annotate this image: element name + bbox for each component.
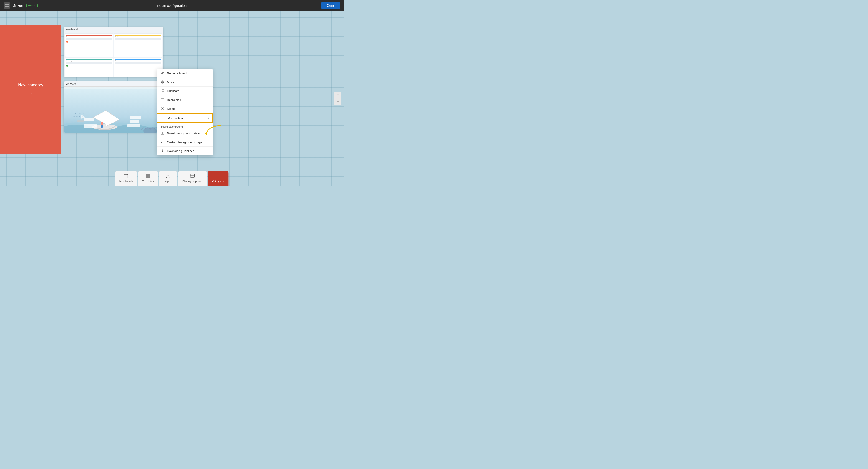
done-button[interactable]: Done	[321, 2, 340, 9]
team-name[interactable]: My team PUBLIC	[12, 4, 37, 7]
catalog-label: Board background catalog	[167, 132, 202, 135]
new-board-body: Fix Escalate Keep doing Give kudos	[64, 32, 163, 77]
svg-rect-0	[5, 4, 7, 5]
custom-bg-icon	[161, 140, 164, 144]
svg-rect-2	[5, 6, 7, 7]
svg-rect-17	[161, 90, 163, 92]
new-board-card[interactable]: New board Fix Escalate Keep doing	[64, 27, 163, 77]
categories-label: Categories	[212, 180, 224, 182]
download-label: Download guidelines	[167, 149, 194, 153]
board-size-icon	[161, 98, 164, 102]
categories-icon	[215, 173, 221, 179]
custom-bg-label: Custom background image	[167, 140, 202, 144]
rename-icon	[161, 71, 164, 75]
toolbar-new-boards[interactable]: New boards	[115, 171, 137, 186]
more-actions-chevron: ›	[208, 116, 209, 120]
svg-rect-10	[130, 120, 139, 124]
category-arrow: →	[28, 90, 33, 96]
import-label: Import	[164, 180, 172, 182]
svg-rect-23	[161, 132, 162, 134]
category-panel[interactable]: New category →	[0, 25, 61, 154]
svg-rect-24	[162, 132, 164, 134]
menu-item-rename[interactable]: Rename board	[157, 69, 213, 78]
move-icon	[161, 80, 164, 84]
more-actions-label: More actions	[167, 116, 184, 120]
sharing-label: Sharing proposals	[182, 180, 203, 182]
board-cell-bl: Keep doing	[65, 58, 113, 77]
svg-rect-33	[148, 174, 150, 176]
menu-item-download[interactable]: Download guidelines ›	[157, 147, 213, 155]
move-label: Move	[167, 80, 174, 84]
app-logo	[4, 2, 10, 9]
svg-rect-34	[146, 176, 148, 178]
board-size-label: Board size	[167, 98, 181, 102]
templates-icon	[145, 173, 151, 179]
main-canvas: New category → New board Fix Escalate Ke…	[0, 11, 344, 186]
zoom-controls: + −	[335, 92, 341, 105]
duplicate-label: Duplicate	[167, 89, 179, 93]
toolbar-import[interactable]: Import	[159, 171, 177, 186]
rename-label: Rename board	[167, 72, 187, 75]
svg-rect-11	[127, 124, 140, 127]
new-boards-icon	[123, 173, 129, 179]
catalog-icon	[161, 131, 164, 135]
download-chevron: ›	[209, 149, 210, 153]
svg-marker-28	[205, 132, 207, 135]
svg-rect-14	[84, 124, 97, 128]
svg-rect-19	[161, 98, 164, 101]
toolbar-sharing[interactable]: Sharing proposals	[178, 171, 207, 186]
import-icon	[165, 173, 170, 179]
svg-rect-35	[148, 176, 150, 178]
svg-rect-9	[130, 116, 141, 119]
context-menu: Rename board Move Duplicate Board size ›	[157, 69, 213, 155]
menu-item-more-actions[interactable]: ••• More actions ›	[157, 113, 213, 123]
svg-rect-38	[216, 174, 220, 178]
delete-icon	[161, 107, 164, 110]
toolbar-templates[interactable]: Templates	[138, 171, 158, 186]
new-board-header: New board	[64, 27, 163, 32]
public-badge: PUBLIC	[26, 4, 37, 7]
page-title: Room configuration	[157, 4, 187, 7]
board-cell-br: Give kudos	[114, 58, 162, 77]
svg-rect-32	[146, 174, 148, 176]
menu-item-delete[interactable]: Delete	[157, 104, 213, 113]
toolbar-categories[interactable]: Categories	[208, 171, 228, 186]
menu-item-move[interactable]: Move	[157, 78, 213, 87]
board-cell-tr: Escalate	[114, 33, 162, 57]
bottom-toolbar: New boards Templates Import Sharing prop…	[115, 171, 229, 186]
templates-label: Templates	[142, 180, 154, 182]
board-cell-tl: Fix	[65, 33, 113, 57]
category-label: New category	[18, 83, 43, 88]
arrow-annotation	[203, 124, 223, 140]
header-left: My team PUBLIC	[4, 2, 37, 9]
board-size-chevron: ›	[209, 98, 210, 101]
delete-label: Delete	[167, 107, 176, 110]
zoom-out-button[interactable]: −	[335, 98, 341, 105]
duplicate-icon	[161, 89, 164, 93]
my-board-card[interactable]: My board	[64, 81, 163, 133]
menu-item-duplicate[interactable]: Duplicate	[157, 87, 213, 96]
svg-rect-3	[7, 6, 9, 7]
zoom-in-button[interactable]: +	[335, 92, 341, 98]
my-board-body	[64, 87, 163, 133]
svg-rect-15	[78, 120, 84, 122]
app-header: My team PUBLIC Room configuration Done	[0, 0, 344, 11]
sharing-icon	[190, 173, 195, 179]
svg-point-7	[100, 122, 103, 125]
download-icon	[161, 149, 164, 153]
svg-rect-8	[101, 125, 103, 128]
menu-item-board-size[interactable]: Board size ›	[157, 96, 213, 104]
svg-rect-12	[84, 118, 94, 121]
my-board-header: My board	[64, 81, 163, 87]
more-actions-icon: •••	[161, 116, 165, 120]
svg-rect-36	[190, 174, 194, 177]
svg-rect-1	[7, 4, 9, 5]
new-boards-label: New boards	[119, 180, 133, 182]
